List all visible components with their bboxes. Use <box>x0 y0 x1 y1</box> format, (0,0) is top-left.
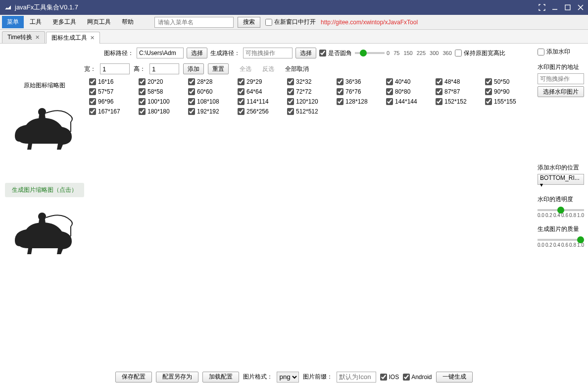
close-icon[interactable]: ✕ <box>35 34 40 41</box>
size-checkbox-152x152[interactable]: 152*152 <box>436 98 483 105</box>
save-config-as-button[interactable]: 配置另存为 <box>156 372 198 383</box>
size-checkbox-36x36[interactable]: 36*36 <box>337 78 384 85</box>
size-checkbox-120x120[interactable]: 120*120 <box>287 98 335 105</box>
round-checkbox[interactable]: 是否圆角 <box>319 49 352 57</box>
size-checkbox-32x32[interactable]: 32*32 <box>287 78 335 85</box>
width-spinner[interactable] <box>100 63 130 74</box>
path-row: 图标路径： 选择 生成路径： 选择 是否圆角 075150225300360 保… <box>104 48 533 58</box>
maximize-icon[interactable] <box>564 4 571 11</box>
size-checkbox-80x80[interactable]: 80*80 <box>386 88 434 95</box>
size-checkbox-58x58[interactable]: 58*58 <box>139 88 186 95</box>
size-checkbox-16x16[interactable]: 16*16 <box>89 78 137 85</box>
round-ticks: 075150225300360 <box>387 50 452 56</box>
save-config-button[interactable]: 保存配置 <box>115 372 152 383</box>
size-checkbox-128x128[interactable]: 128*128 <box>337 98 384 105</box>
size-checkbox-90x90[interactable]: 90*90 <box>485 88 533 95</box>
gen-thumb-image[interactable] <box>7 200 82 265</box>
menu-item-2[interactable]: 更多工具 <box>48 16 81 28</box>
gen-path-label: 生成路径： <box>210 49 240 57</box>
keep-ratio-checkbox[interactable]: 保持原图宽高比 <box>455 49 505 57</box>
size-checkbox-20x20[interactable]: 20*20 <box>139 78 186 85</box>
search-button[interactable]: 搜索 <box>238 17 260 28</box>
ios-checkbox[interactable]: IOS <box>380 374 399 381</box>
svg-point-3 <box>38 213 46 220</box>
sizes-grid: 16*1620*2028*2829*2932*3236*3640*4048*48… <box>89 78 533 268</box>
fullscreen-icon[interactable] <box>539 4 545 11</box>
side-panel: 添加水印 水印图片的地址 选择水印图片 添加水印的位置 BOTTOM_RI...… <box>538 44 588 368</box>
size-checkbox-87x87[interactable]: 87*87 <box>436 88 483 95</box>
android-checkbox[interactable]: Android <box>403 374 432 381</box>
format-label: 图片格式： <box>243 373 273 381</box>
size-checkbox-155x155[interactable]: 155*155 <box>485 98 533 105</box>
quality-label: 生成图片的质量 <box>538 225 585 233</box>
svg-rect-1 <box>565 5 570 10</box>
add-watermark-checkbox[interactable]: 添加水印 <box>538 48 585 56</box>
size-checkbox-64x64[interactable]: 64*64 <box>238 88 285 95</box>
title-text: javaFx工具集合V0.1.7 <box>15 3 539 12</box>
size-checkbox-114x114[interactable]: 114*114 <box>238 98 285 105</box>
menu-item-1[interactable]: 工具 <box>25 16 47 28</box>
size-checkbox-72x72[interactable]: 72*72 <box>287 88 335 95</box>
quality-slider[interactable] <box>538 239 584 241</box>
search-input[interactable] <box>154 17 234 28</box>
size-checkbox-28x28[interactable]: 28*28 <box>188 78 236 85</box>
gen-thumb-label[interactable]: 生成图片缩略图（点击） <box>5 183 84 197</box>
generate-button[interactable]: 一键生成 <box>436 372 473 383</box>
watermark-pos-label: 添加水印的位置 <box>538 164 585 172</box>
menu-item-3[interactable]: 网页工具 <box>82 16 116 28</box>
icon-path-input[interactable] <box>137 48 184 58</box>
prefix-label: 图片前缀： <box>303 373 333 381</box>
size-checkbox-180x180[interactable]: 180*180 <box>139 108 186 115</box>
invert-link[interactable]: 反选 <box>262 65 274 73</box>
tab-1[interactable]: 图标生成工具✕ <box>46 32 100 44</box>
close-icon[interactable] <box>577 4 584 11</box>
close-icon[interactable]: ✕ <box>90 35 95 41</box>
load-config-button[interactable]: 加载配置 <box>202 372 239 383</box>
size-checkbox-76x76[interactable]: 76*76 <box>337 88 384 95</box>
dimension-row: 宽： 高： 添加 重置 全选 反选 全部取消 <box>84 63 533 74</box>
size-checkbox-144x144[interactable]: 144*144 <box>386 98 434 105</box>
size-checkbox-100x100[interactable]: 100*100 <box>139 98 186 105</box>
main-panel: 图标路径： 选择 生成路径： 选择 是否圆角 075150225300360 保… <box>0 44 538 368</box>
menu-item-0[interactable]: 菜单 <box>2 16 24 28</box>
minimize-icon[interactable] <box>551 4 558 11</box>
size-checkbox-108x108[interactable]: 108*108 <box>188 98 236 105</box>
icon-path-label: 图标路径： <box>104 49 134 57</box>
size-checkbox-96x96[interactable]: 96*96 <box>89 98 137 105</box>
size-checkbox-29x29[interactable]: 29*29 <box>238 78 285 85</box>
titlebar: javaFx工具集合V0.1.7 <box>0 0 588 15</box>
watermark-pos-select[interactable]: BOTTOM_RI... ▾ <box>538 174 584 185</box>
size-checkbox-40x40[interactable]: 40*40 <box>386 78 434 85</box>
menubar: 菜单 工具 更多工具 网页工具 帮助 搜索 在新窗口中打开 http://git… <box>0 15 588 30</box>
gen-path-input[interactable] <box>243 48 293 58</box>
size-checkbox-512x512[interactable]: 512*512 <box>287 108 335 115</box>
format-select[interactable]: png <box>277 372 299 383</box>
deselect-all-link[interactable]: 全部取消 <box>285 65 309 73</box>
src-thumb-label: 原始图标缩略图 <box>5 78 84 93</box>
size-checkbox-256x256[interactable]: 256*256 <box>238 108 285 115</box>
opacity-slider[interactable] <box>538 209 584 211</box>
height-label: 高： <box>134 65 146 73</box>
choose-gen-path-button[interactable]: 选择 <box>295 48 316 58</box>
size-checkbox-57x57[interactable]: 57*57 <box>89 88 137 95</box>
height-spinner[interactable] <box>149 63 179 74</box>
reset-button[interactable]: 重置 <box>208 63 229 74</box>
tab-0[interactable]: Time转换✕ <box>2 31 45 43</box>
size-checkbox-48x48[interactable]: 48*48 <box>436 78 483 85</box>
prefix-input[interactable] <box>337 372 376 383</box>
watermark-addr-input[interactable] <box>538 73 584 84</box>
size-checkbox-192x192[interactable]: 192*192 <box>188 108 236 115</box>
new-window-checkbox[interactable]: 在新窗口中打开 <box>265 18 316 26</box>
choose-watermark-button[interactable]: 选择水印图片 <box>538 86 584 97</box>
round-slider[interactable] <box>355 52 385 54</box>
size-checkbox-167x167[interactable]: 167*167 <box>89 108 137 115</box>
size-checkbox-50x50[interactable]: 50*50 <box>485 78 533 85</box>
select-all-link[interactable]: 全选 <box>240 65 251 73</box>
app-icon <box>4 3 12 11</box>
add-button[interactable]: 添加 <box>183 63 204 74</box>
menu-item-4[interactable]: 帮助 <box>117 16 139 28</box>
choose-icon-path-button[interactable]: 选择 <box>187 48 207 58</box>
src-thumb-image <box>7 96 82 160</box>
size-checkbox-60x60[interactable]: 60*60 <box>188 88 236 95</box>
repo-url-link[interactable]: http://gitee.com/xwintop/xJavaFxTool <box>321 19 418 26</box>
